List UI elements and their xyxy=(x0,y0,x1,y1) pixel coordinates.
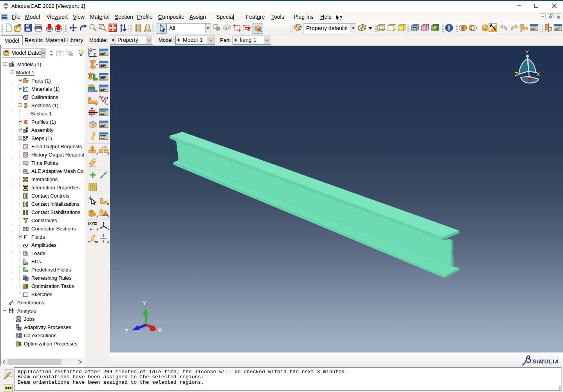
svg-text:σ: σ xyxy=(24,86,26,89)
svg-text:A: A xyxy=(11,300,14,304)
svg-text:ε: ε xyxy=(26,89,28,92)
svg-text:Y: Y xyxy=(525,49,529,55)
svg-text:σ: σ xyxy=(89,47,92,52)
svg-text:(XYZ): (XYZ) xyxy=(88,221,97,225)
svg-text:ε: ε xyxy=(94,52,96,56)
svg-text:X: X xyxy=(158,327,162,333)
svg-text:Y: Y xyxy=(143,300,146,306)
svg-text:F: F xyxy=(23,234,27,240)
svg-text:SIMULIA: SIMULIA xyxy=(532,358,559,365)
svg-text:Z: Z xyxy=(515,71,518,77)
svg-text:?: ? xyxy=(339,15,342,21)
svg-text:Z: Z xyxy=(125,328,128,334)
svg-text:X: X xyxy=(536,71,540,77)
svg-text:t: t xyxy=(105,99,106,103)
